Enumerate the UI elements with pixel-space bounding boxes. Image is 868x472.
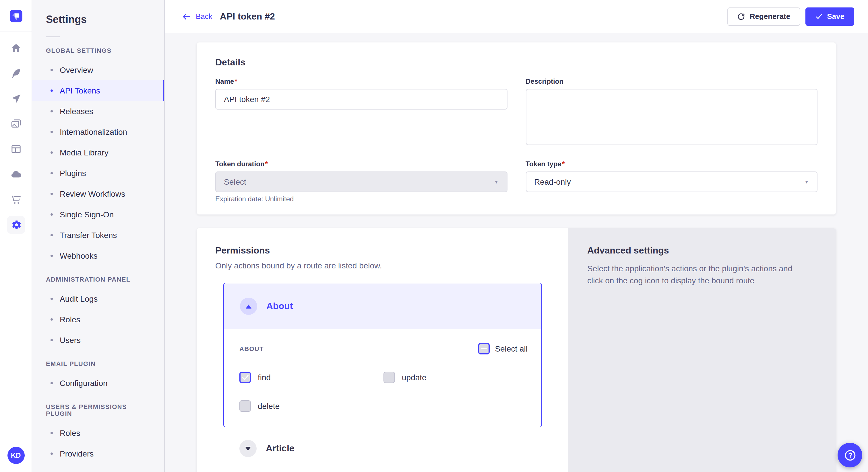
sidebar-title: Settings — [32, 14, 164, 26]
page-content: Details Name Description Token duration … — [165, 33, 868, 472]
section-global-settings: GLOBAL SETTINGS Overview API Tokens Rele… — [32, 47, 164, 266]
permissions-heading: Permissions — [215, 245, 549, 256]
avatar[interactable]: KD — [7, 447, 24, 464]
sidebar-item-api-tokens[interactable]: API Tokens — [32, 80, 164, 101]
permission-label: delete — [258, 401, 280, 411]
layout-icon — [10, 143, 22, 155]
rail-content-manager-button[interactable] — [7, 140, 25, 158]
help-button[interactable] — [838, 443, 862, 467]
section-label: GLOBAL SETTINGS — [32, 47, 164, 54]
permission-find: find — [239, 372, 383, 383]
sidebar-item-admin-roles[interactable]: Roles — [32, 309, 164, 330]
sidebar-item-configuration[interactable]: Configuration — [32, 373, 164, 394]
token-duration-label: Token duration — [215, 160, 268, 168]
bullet-icon — [51, 318, 53, 321]
save-label: Save — [827, 12, 844, 21]
section-administration-panel: ADMINISTRATION PANEL Audit Logs Roles Us… — [32, 276, 164, 350]
about-group-label: ABOUT — [239, 345, 264, 352]
cloud-icon — [10, 169, 22, 180]
delete-checkbox[interactable] — [239, 400, 251, 412]
accordion-article[interactable]: Article — [239, 440, 542, 457]
regenerate-button[interactable]: Regenerate — [727, 7, 800, 26]
permissions-panel: Permissions Only actions bound by a rout… — [197, 228, 568, 472]
bullet-icon — [51, 213, 53, 216]
bullet-icon — [51, 193, 53, 195]
sidebar-item-internationalization[interactable]: Internationalization — [32, 122, 164, 142]
media-icon — [10, 118, 22, 130]
sidebar-item-up-roles[interactable]: Roles — [32, 423, 164, 443]
rail-marketplace-button[interactable] — [7, 191, 25, 209]
bullet-icon — [51, 131, 53, 133]
cart-icon — [10, 194, 22, 205]
name-input[interactable] — [215, 89, 507, 109]
bullet-icon — [51, 172, 53, 174]
group-divider — [271, 348, 468, 349]
update-checkbox[interactable] — [383, 372, 395, 383]
rail-cloud-button[interactable] — [7, 165, 25, 183]
sidebar-item-users[interactable]: Users — [32, 330, 164, 350]
save-button[interactable]: Save — [805, 7, 854, 26]
permission-delete: delete — [239, 400, 383, 412]
description-field: Description — [526, 77, 817, 145]
accordion-about-header[interactable]: About — [224, 283, 541, 329]
sidebar-item-audit-logs[interactable]: Audit Logs — [32, 289, 164, 309]
rail-media-library-button[interactable] — [7, 115, 25, 133]
rail-deploy-button[interactable] — [7, 90, 25, 108]
accordion-about: About ABOUT Select all — [223, 283, 542, 427]
sidebar-title-divider — [46, 36, 60, 37]
advanced-settings-body: Select the application's actions or the … — [587, 263, 807, 287]
rail-settings-button[interactable] — [7, 216, 25, 234]
icon-rail: KD — [0, 0, 32, 472]
chevron-down-icon — [245, 446, 251, 450]
feather-icon — [10, 68, 22, 79]
settings-gear-icon — [10, 219, 22, 231]
back-label: Back — [196, 12, 212, 21]
token-duration-field: Token duration Select Expiration date: U… — [215, 160, 507, 203]
section-users-permissions-plugin: USERS & PERMISSIONS PLUGIN Roles Provide… — [32, 403, 164, 464]
permissions-card: Permissions Only actions bound by a rout… — [197, 228, 836, 472]
bullet-icon — [51, 432, 53, 434]
token-type-select[interactable]: Read-only — [526, 171, 817, 192]
token-duration-select[interactable]: Select — [215, 171, 507, 192]
settings-sidebar: Settings GLOBAL SETTINGS Overview API To… — [32, 0, 165, 472]
strapi-logo — [9, 9, 23, 23]
send-icon — [10, 93, 22, 104]
description-textarea[interactable] — [526, 89, 817, 145]
rail-content-builder-button[interactable] — [7, 64, 25, 82]
bullet-icon — [51, 90, 53, 92]
find-checkbox[interactable] — [239, 372, 251, 383]
bullet-icon — [51, 452, 53, 455]
sidebar-item-plugins[interactable]: Plugins — [32, 163, 164, 183]
sidebar-item-overview[interactable]: Overview — [32, 60, 164, 80]
sidebar-item-review-workflows[interactable]: Review Workflows — [32, 183, 164, 204]
sidebar-item-releases[interactable]: Releases — [32, 101, 164, 122]
description-label: Description — [526, 77, 563, 86]
accordion-divider — [223, 470, 542, 470]
sidebar-item-single-sign-on[interactable]: Single Sign-On — [32, 204, 164, 225]
regenerate-label: Regenerate — [750, 12, 790, 21]
accordion-collapse-button[interactable] — [240, 298, 257, 315]
sidebar-item-webhooks[interactable]: Webhooks — [32, 245, 164, 266]
token-type-field: Token type Read-only — [526, 160, 817, 203]
select-all-checkbox[interactable] — [478, 343, 490, 355]
permission-label: update — [402, 373, 427, 382]
home-icon — [10, 42, 22, 54]
page-title: API token #2 — [220, 11, 275, 22]
refresh-icon — [737, 12, 745, 20]
permission-label: find — [258, 373, 271, 382]
back-link[interactable]: Back — [182, 12, 212, 21]
section-label: EMAIL PLUGIN — [32, 360, 164, 367]
arrow-left-icon — [182, 12, 191, 21]
rail-bottom-divider — [0, 439, 32, 439]
advanced-settings-heading: Advanced settings — [587, 245, 815, 256]
accordion-expand-button[interactable] — [239, 440, 257, 457]
name-label: Name — [215, 77, 237, 86]
strapi-logo-button[interactable] — [9, 9, 23, 23]
rail-home-button[interactable] — [7, 39, 25, 57]
bullet-icon — [51, 110, 53, 112]
sidebar-item-transfer-tokens[interactable]: Transfer Tokens — [32, 225, 164, 245]
section-label: USERS & PERMISSIONS PLUGIN — [32, 403, 164, 417]
sidebar-item-providers[interactable]: Providers — [32, 443, 164, 464]
sidebar-item-media-library[interactable]: Media Library — [32, 142, 164, 163]
check-icon — [242, 375, 248, 380]
